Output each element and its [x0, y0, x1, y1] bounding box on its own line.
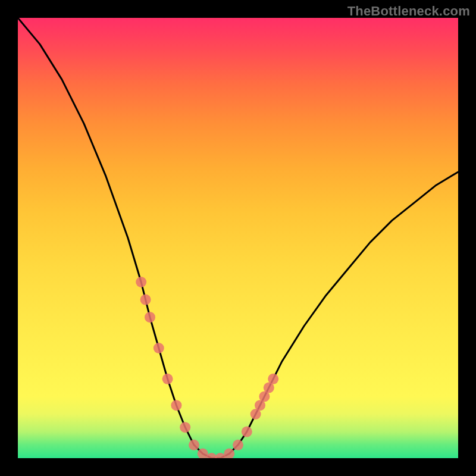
bottleneck-svg	[18, 18, 458, 458]
highlight-dot	[136, 277, 146, 287]
highlight-dot	[233, 440, 243, 450]
highlight-dot	[162, 374, 173, 384]
plot-area	[18, 18, 458, 458]
highlight-dot	[140, 295, 151, 305]
highlight-dots	[136, 277, 278, 458]
highlight-dot	[154, 343, 164, 353]
highlight-dot	[180, 422, 190, 433]
highlight-dot	[189, 440, 199, 450]
highlight-dot	[268, 374, 278, 384]
watermark-text: TheBottleneck.com	[347, 4, 470, 19]
highlight-dot	[242, 427, 252, 437]
highlight-dot	[171, 400, 181, 411]
chart-stage: TheBottleneck.com	[0, 0, 476, 476]
bottleneck-curve	[18, 18, 458, 458]
highlight-dot	[145, 312, 155, 322]
